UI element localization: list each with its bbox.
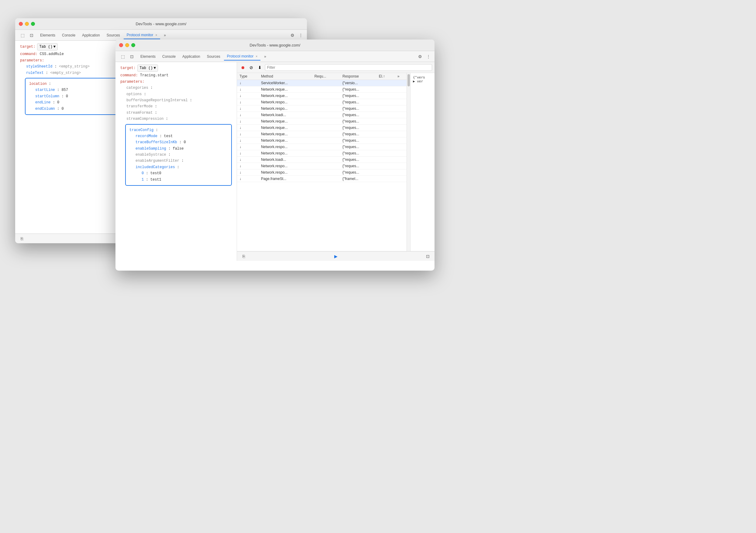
cell-method: Network.respo... [258, 144, 312, 150]
enable-arg-filter-field: enableArgumentFilter : [129, 158, 228, 164]
table-row[interactable]: ↓Network.reque...{"reques... [237, 137, 407, 144]
maximize-button-back[interactable] [31, 22, 35, 26]
table-row[interactable]: ↓Network.respo...{"reques... [237, 144, 407, 150]
tab-elements-back[interactable]: Elements [37, 32, 58, 39]
col-request: Requ... [312, 73, 340, 80]
table-row[interactable]: ↓Network.respo...{"reques... [237, 150, 407, 156]
tab-protocol-front[interactable]: Protocol monitor × [224, 53, 261, 61]
clear-button[interactable]: ⊘ [248, 64, 255, 71]
responsive-icon-front[interactable]: ⊡ [128, 53, 136, 60]
table-row[interactable]: ↓ ServiceWorker... {"versio... [237, 80, 407, 86]
buffer-usage-field: bufferUsageReportingInterval : [120, 97, 232, 103]
target-chevron-front: ▼ [154, 65, 156, 71]
bottom-right-icon-front[interactable]: ⊡ [425, 253, 431, 259]
protocol-left-front: target: Tab () ▼ command: Tracing.start … [116, 62, 237, 261]
table-row[interactable]: ↓Network.respo...{"reques... [237, 163, 407, 169]
settings-icon-back[interactable]: ⚙ [289, 32, 296, 39]
bottom-left-icon-back[interactable]: ⎘ [19, 236, 25, 242]
main-content-front: target: Tab () ▼ command: Tracing.start … [116, 62, 435, 261]
cell-method: Page.frameSt... [258, 176, 312, 182]
target-row-back: target: Tab () ▼ [20, 43, 132, 50]
responsive-icon[interactable]: ⊡ [28, 32, 35, 39]
table-row[interactable]: ↓Network.reque...{"reques... [237, 93, 407, 99]
cell-method: Network.loadi... [258, 112, 312, 118]
parameters-line-back: parameters: [20, 57, 132, 64]
tab-icons-front: ⬚ ⊡ [118, 53, 137, 60]
tab-application-back[interactable]: Application [79, 32, 103, 39]
enable-sampling-field: enableSampling : false [129, 146, 228, 152]
table-row[interactable]: ↓ Network.reque... {"reques... [237, 86, 407, 93]
parameters-line-front: parameters: [120, 79, 232, 85]
tab-close-back[interactable]: × [155, 34, 157, 37]
tab-elements-front[interactable]: Elements [137, 53, 159, 60]
table-row[interactable]: ↓Network.respo...{"reques... [237, 99, 407, 105]
cell-method: Network.reque... [258, 125, 312, 131]
inspect-icon[interactable]: ⬚ [19, 32, 26, 39]
cell-method: Network.respo... [258, 163, 312, 169]
table-row[interactable]: ↓Network.reque...{"reques... [237, 118, 407, 125]
devtools-window-front: DevTools - www.google.com/ ⬚ ⊡ Elements … [116, 40, 435, 270]
stream-format-field: streamFormat : [120, 110, 232, 116]
window-title-back: DevTools - www.google.com/ [136, 22, 187, 26]
tab-console-back[interactable]: Console [59, 32, 78, 39]
tab-application-front[interactable]: Application [179, 53, 203, 60]
table-row[interactable]: ↓Page.frameSt...{"frameI... [237, 176, 407, 182]
included-categories-field: includedCategories : [129, 164, 228, 170]
tab-more-back[interactable]: » [161, 32, 169, 39]
cell-method: Network.reque... [258, 137, 312, 144]
category-0-field: 0 : test0 [129, 170, 228, 176]
tab-sources-back[interactable]: Sources [104, 32, 123, 39]
close-button-back[interactable] [19, 22, 23, 26]
minimize-button-back[interactable] [25, 22, 29, 26]
tab-close-front[interactable]: × [256, 55, 258, 58]
table-row[interactable]: ↓Network.reque...{"reques... [237, 131, 407, 137]
category-1-field: 1 : test1 [129, 177, 228, 183]
bottom-center-icon-front[interactable]: ▶ [333, 253, 339, 259]
col-response: Response [340, 73, 376, 80]
table-row[interactable]: ↓Network.loadi...{"reques... [237, 112, 407, 118]
inspect-icon-front[interactable]: ⬚ [119, 53, 126, 60]
more-icon-back[interactable]: ⋮ [297, 32, 305, 39]
cell-method: Network.loadi... [258, 156, 312, 163]
more-icon-front[interactable]: ⋮ [425, 53, 432, 60]
options-field: options : [120, 91, 232, 97]
table-row[interactable]: ↓Network.respo...{"reques... [237, 105, 407, 112]
minimize-button-front[interactable] [125, 43, 129, 47]
scrollbar[interactable] [407, 73, 410, 251]
tab-sources-front[interactable]: Sources [204, 53, 223, 60]
network-table-header: Type Method Requ... Response El.↑ » [237, 73, 407, 80]
bottom-left-icon-front[interactable]: ⎘ [241, 253, 247, 259]
network-table: Type Method Requ... Response El.↑ » ↓ [237, 73, 407, 182]
end-line-field-back: endLine : 0 [29, 99, 127, 105]
network-table-wrapper: Type Method Requ... Response El.↑ » ↓ [237, 73, 407, 251]
scrollbar-thumb[interactable] [408, 74, 410, 86]
cell-elapsed [376, 80, 395, 86]
maximize-button-front[interactable] [131, 43, 135, 47]
traffic-lights-back [19, 22, 35, 26]
target-dropdown-front[interactable]: Tab () ▼ [137, 65, 158, 72]
window-title-front: DevTools - www.google.com/ [250, 43, 301, 47]
settings-icon-front[interactable]: ⚙ [416, 53, 423, 60]
filter-input[interactable] [265, 64, 432, 71]
cell-response: {"reques... [340, 86, 376, 93]
col-extra: » [395, 73, 407, 80]
title-bar-back: DevTools - www.google.com/ [15, 18, 307, 30]
network-content: Type Method Requ... Response El.↑ » ↓ [237, 73, 435, 251]
tab-more-front[interactable]: » [261, 53, 269, 60]
target-area-front: target: Tab () ▼ command: Tracing.start … [116, 62, 237, 190]
table-row[interactable]: ↓Network.reque...{"reques... [237, 125, 407, 131]
record-button[interactable]: ⏺ [239, 64, 246, 71]
cell-method: Network.reque... [258, 131, 312, 137]
target-dropdown-back[interactable]: Tab () ▼ [37, 43, 57, 50]
table-row[interactable]: ↓Network.loadi...{"reques... [237, 156, 407, 163]
end-column-field-back: endColumn : 0 [29, 106, 127, 112]
table-row[interactable]: ↓Network.respo...{"reques... [237, 169, 407, 176]
tab-bar-back: ⬚ ⊡ Elements Console Application Sources… [15, 30, 307, 41]
tab-protocol-back[interactable]: Protocol monitor × [124, 31, 160, 39]
json-line-2: ▶ ver [413, 79, 432, 83]
enable-systrace-field: enableSystrace : [129, 152, 228, 158]
tab-console-front[interactable]: Console [159, 53, 179, 60]
download-button[interactable]: ⬇ [256, 64, 263, 71]
close-button-front[interactable] [119, 43, 123, 47]
cell-method: Network.respo... [258, 169, 312, 176]
